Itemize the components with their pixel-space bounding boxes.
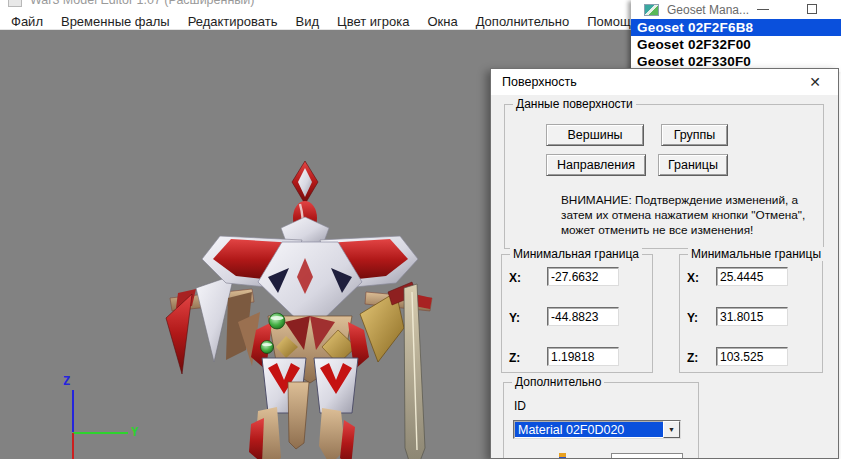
maximize-icon[interactable] bbox=[807, 4, 817, 14]
geoset-manager-window: Geoset Mana... Geoset 02F2F6B8 Geoset 02… bbox=[631, 0, 841, 72]
max-z-label: Z: bbox=[687, 351, 698, 365]
max-bound-group: Минимальные границы X: Y: Z: bbox=[679, 254, 823, 373]
min-bound-group-label: Минимальная граница bbox=[510, 247, 642, 261]
min-z-label: Z: bbox=[509, 351, 520, 365]
chevron-down-icon[interactable]: ▼ bbox=[663, 421, 680, 438]
clipped-icon bbox=[559, 453, 566, 459]
menu-file[interactable]: Файл bbox=[2, 14, 52, 29]
min-y-field[interactable] bbox=[547, 307, 619, 326]
menu-windows[interactable]: Окна bbox=[418, 14, 466, 29]
additional-group-label: Дополнительно bbox=[512, 375, 604, 389]
warning-line-2: затем их отмена нажатием кнопки "Отмена"… bbox=[561, 208, 805, 223]
max-x-label: X: bbox=[687, 271, 699, 285]
menu-temp-files[interactable]: Временные фалы bbox=[52, 14, 179, 29]
axis-x-line bbox=[72, 433, 74, 459]
groups-button[interactable]: Группы bbox=[661, 124, 728, 146]
max-y-field[interactable] bbox=[716, 307, 788, 326]
surface-dialog-titlebar[interactable]: Поверхность ✕ bbox=[491, 69, 838, 95]
min-bound-group: Минимальная граница X: Y: Z: bbox=[501, 254, 653, 373]
min-y-label: Y: bbox=[509, 311, 520, 325]
surface-data-group-label: Данные поверхности bbox=[513, 97, 636, 111]
max-bound-group-label: Минимальные границы bbox=[688, 247, 824, 261]
axis-y-label: Y bbox=[131, 425, 138, 439]
image-icon bbox=[644, 4, 659, 16]
geoset-list-item[interactable]: Geoset 02F2F6B8 bbox=[631, 19, 841, 36]
id-label: ID bbox=[514, 399, 526, 413]
menu-view[interactable]: Вид bbox=[286, 14, 328, 29]
surface-dialog-title: Поверхность bbox=[502, 75, 577, 89]
menu-player-color[interactable]: Цвет игрока bbox=[328, 14, 418, 29]
warning-line-3: может отменить не все изменения! bbox=[561, 223, 805, 238]
max-y-label: Y: bbox=[687, 311, 698, 325]
min-x-label: X: bbox=[509, 271, 521, 285]
min-z-field[interactable] bbox=[547, 347, 619, 366]
warning-text: ВНИМАНИЕ: Подтверждение изменений, а зат… bbox=[561, 193, 805, 238]
axis-z-line bbox=[72, 390, 74, 432]
axis-y-line bbox=[73, 432, 128, 434]
geoset-manager-title: Geoset Mana... bbox=[667, 3, 749, 17]
min-x-field[interactable] bbox=[547, 267, 619, 286]
menu-extras[interactable]: Дополнительно bbox=[467, 14, 579, 29]
app-icon bbox=[8, 0, 22, 7]
main-window-title: War3 Model Editor 1.07 (Расширенный) bbox=[30, 0, 254, 7]
menu-edit[interactable]: Редактировать bbox=[179, 14, 287, 29]
geoset-manager-titlebar[interactable]: Geoset Mana... bbox=[631, 0, 841, 19]
normals-button[interactable]: Направления bbox=[546, 154, 646, 176]
bounds-button[interactable]: Границы bbox=[658, 154, 728, 176]
axis-z-label: Z bbox=[63, 374, 70, 388]
max-x-field[interactable] bbox=[716, 267, 788, 286]
vertices-button[interactable]: Вершины bbox=[546, 124, 644, 146]
warning-line-1: ВНИМАНИЕ: Подтверждение изменений, а bbox=[561, 193, 805, 208]
max-z-field[interactable] bbox=[716, 347, 788, 366]
material-select[interactable]: Material 02F0D020 ▼ bbox=[513, 420, 681, 439]
surface-dialog: Поверхность ✕ Данные поверхности Вершины… bbox=[490, 68, 839, 459]
minimize-icon[interactable] bbox=[757, 9, 769, 10]
model-render bbox=[150, 150, 450, 459]
close-icon[interactable]: ✕ bbox=[804, 71, 826, 93]
additional-group: Дополнительно ID Material 02F0D020 ▼ bbox=[503, 382, 699, 459]
clipped-control bbox=[611, 453, 683, 459]
geoset-list-item[interactable]: Geoset 02F32F00 bbox=[631, 36, 841, 53]
material-select-value: Material 02F0D020 bbox=[515, 422, 663, 437]
geoset-list: Geoset 02F2F6B8 Geoset 02F32F00 Geoset 0… bbox=[631, 19, 841, 70]
